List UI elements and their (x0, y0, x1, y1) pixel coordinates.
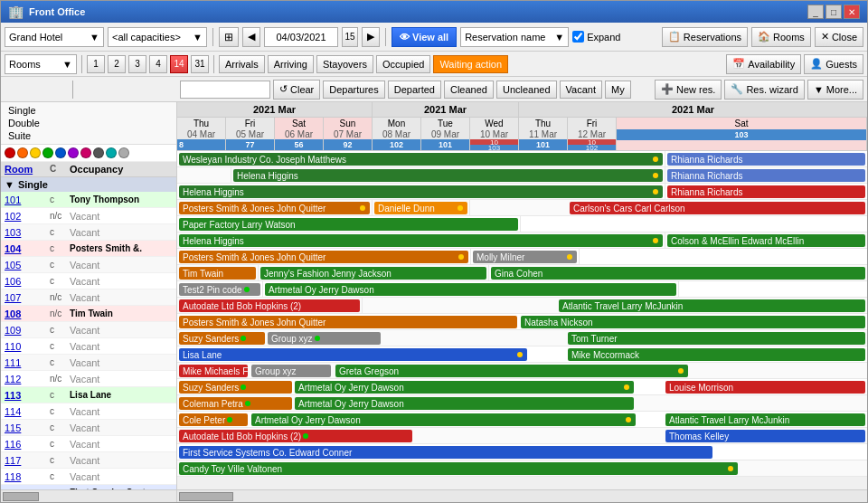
departed-button[interactable]: Departed (388, 81, 441, 99)
color-orange[interactable] (17, 147, 28, 158)
room-102-link[interactable]: 102 (5, 211, 50, 222)
bar-lisalane[interactable]: Lisa Lane (179, 348, 527, 361)
room-101-link[interactable]: 101 (5, 195, 50, 205)
room-row[interactable]: 110 c Vacant (1, 338, 176, 355)
room-row[interactable]: 117 c Vacant (1, 452, 176, 469)
room-109-link[interactable]: 109 (5, 325, 50, 336)
bar-artmetal4[interactable]: Artmetal Oy Jerry Dawson (251, 413, 636, 426)
bar-wesleyan[interactable]: Wesleyan Industry Co. Joseph Matthews (179, 153, 663, 166)
bar-test2[interactable]: Test2 Pin code (179, 283, 260, 296)
bar-tomturner[interactable]: Tom Turner (568, 332, 865, 345)
room-112-link[interactable]: 112 (5, 374, 50, 384)
room-row[interactable]: 115 c Vacant (1, 420, 176, 436)
bar-artmetal1[interactable]: Artmetal Oy Jerry Dawson (265, 283, 676, 296)
bar-gina[interactable]: Gina Cohen (491, 267, 865, 280)
bar-thomas[interactable]: Thomas Kelley (665, 430, 865, 442)
vacant-button[interactable]: Vacant (560, 81, 602, 99)
room-113-link[interactable]: 113 (5, 390, 50, 401)
room-row[interactable]: 103 c Vacant (1, 224, 176, 241)
bar-natasha[interactable]: Natasha Nickson (521, 316, 865, 328)
occupied-button[interactable]: Occupied (376, 55, 430, 73)
bar-paper[interactable]: Paper Factory Larry Watson (179, 218, 518, 231)
bar-rhianna1[interactable]: Rhianna Richards (667, 153, 865, 166)
room-row[interactable]: 114 c Vacant (1, 403, 176, 420)
capacity-dropdown[interactable]: <all capacities> ▼ (108, 27, 207, 47)
departures-button[interactable]: Departures (323, 81, 384, 99)
bar-artmetal3[interactable]: Artmetal Oy Jerry Dawson (295, 397, 634, 410)
calendar-icon-button[interactable]: 15 (342, 27, 358, 47)
maximize-button[interactable]: □ (826, 5, 842, 19)
room-row[interactable]: 107 n/c Vacant (1, 289, 176, 306)
bar-carlson[interactable]: Carlson's Cars Carl Carlson (570, 202, 865, 214)
color-gray[interactable] (118, 147, 129, 158)
room-115-link[interactable]: 115 (5, 422, 50, 433)
room-row[interactable]: 101 c Tony Thompson (1, 192, 176, 208)
uncleaned-button[interactable]: Uncleaned (496, 81, 557, 99)
bar-jenny[interactable]: Jenny's Fashion Jenny Jackson (260, 267, 486, 280)
room-105-link[interactable]: 105 (5, 260, 50, 270)
color-yellow[interactable] (30, 147, 41, 158)
room-row[interactable]: 109 c Vacant (1, 322, 176, 338)
room-row[interactable]: 106 c Vacant (1, 273, 176, 289)
bar-helena3[interactable]: Helena Higgins (179, 234, 663, 247)
left-panel-scrollbar[interactable] (1, 489, 176, 502)
more-button[interactable]: ▼ More... (807, 80, 863, 100)
room-117-link[interactable]: 117 (5, 455, 50, 466)
my-button[interactable]: My (605, 81, 631, 99)
bar-coleman[interactable]: Coleman Petra (179, 397, 292, 410)
bar-mikemcc[interactable]: Mike Mccormack (568, 348, 865, 361)
room-104-link[interactable]: 104 (5, 243, 50, 254)
num-btn-2[interactable]: 2 (108, 55, 126, 73)
hotel-dropdown[interactable]: Grand Hotel ▼ (5, 27, 104, 47)
bar-groupxyz2[interactable]: Group xyz (251, 365, 331, 377)
bar-atlantic1[interactable]: Atlantic Travel Larry McJunkin (559, 299, 865, 312)
room-108-link[interactable]: 108 (5, 308, 50, 319)
color-red[interactable] (5, 147, 15, 158)
bar-timtwain[interactable]: Tim Twain (179, 267, 256, 280)
room-106-link[interactable]: 106 (5, 276, 50, 287)
filter-double[interactable]: Double (8, 117, 169, 129)
bar-suzy2[interactable]: Suzy Sanders (179, 381, 292, 394)
arriving-button[interactable]: Arriving (268, 55, 314, 73)
room-103-link[interactable]: 103 (5, 227, 50, 238)
color-dark[interactable] (93, 147, 104, 158)
room-row[interactable]: 111 c Vacant (1, 355, 176, 371)
bar-louise[interactable]: Louise Morrison (665, 381, 865, 394)
room-116-link[interactable]: 116 (5, 439, 50, 450)
room-row[interactable]: 105 c Vacant (1, 257, 176, 273)
color-teal[interactable] (106, 147, 117, 158)
bar-posters2[interactable]: Posters Smith & Jones John Quitter (179, 251, 468, 263)
date-input[interactable] (264, 27, 338, 47)
num-btn-1[interactable]: 1 (87, 55, 105, 73)
bar-colson[interactable]: Colson & McEllin Edward McEllin (667, 234, 865, 247)
reservation-name-dropdown[interactable]: Reservation name ▼ (460, 27, 569, 47)
bar-cole[interactable]: Cole Peter (179, 413, 248, 426)
clear-button[interactable]: ↺ Clear (273, 80, 320, 100)
filter-single[interactable]: Single (8, 104, 169, 117)
bar-greta[interactable]: Greta Gregson (335, 365, 688, 377)
bar-artmetal2[interactable]: Artmetal Oy Jerry Dawson (295, 381, 634, 394)
availability-button[interactable]: 📅 Availability (726, 54, 801, 74)
color-blue[interactable] (55, 147, 66, 158)
waiting-action-button[interactable]: Waiting action (433, 55, 508, 73)
bar-rhianna3[interactable]: Rhianna Richards (667, 185, 865, 198)
next-button[interactable]: ▶ (362, 27, 380, 47)
bar-autodate1[interactable]: Autodate Ltd Bob Hopkins (2) (179, 299, 360, 312)
num-btn-4[interactable]: 4 (149, 55, 167, 73)
view-type-dropdown[interactable]: Rooms ▼ (5, 54, 77, 74)
bar-suzy1[interactable]: Suzy Sanders (179, 332, 265, 345)
close-button[interactable]: ✕ Close (815, 27, 863, 47)
filter-suite[interactable]: Suite (8, 129, 169, 142)
reservations-button[interactable]: 📋 Reservations (662, 27, 748, 47)
bar-candy[interactable]: Candy Toy Ville Valtonen (179, 462, 738, 475)
close-window-button[interactable]: ✕ (844, 5, 860, 19)
num-btn-31[interactable]: 31 (191, 55, 209, 73)
bar-helena1[interactable]: Helena Higgins (233, 169, 663, 182)
guests-button[interactable]: 👤 Guests (804, 54, 863, 74)
new-res-button[interactable]: ➕ New res. (655, 80, 722, 100)
color-green[interactable] (42, 147, 53, 158)
minimize-button[interactable]: _ (807, 5, 824, 19)
view-all-button[interactable]: 👁 View all (392, 27, 457, 47)
cleaned-button[interactable]: Cleaned (444, 81, 494, 99)
bar-autodate2[interactable]: Autodate Ltd Bob Hopkins (2) (179, 430, 412, 442)
